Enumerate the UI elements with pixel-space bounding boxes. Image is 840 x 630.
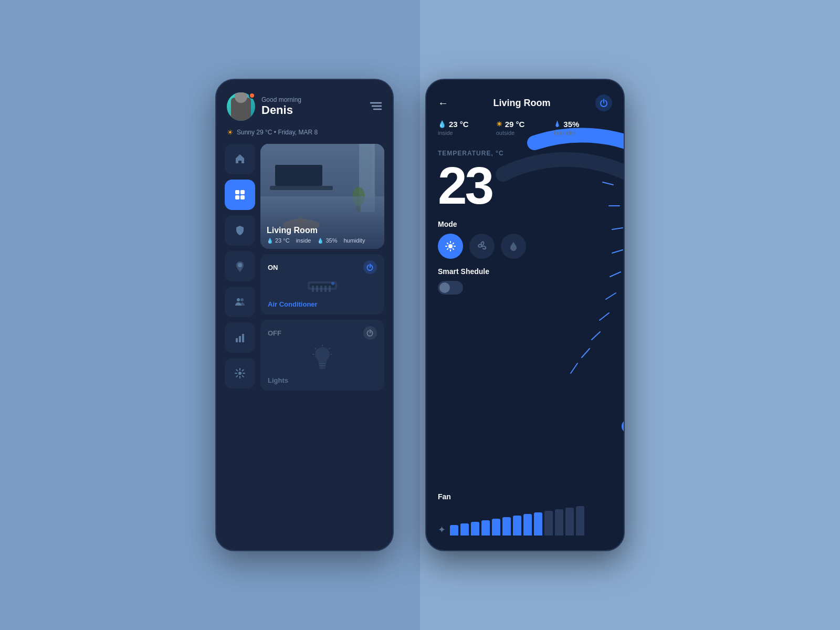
mode-section: Mode <box>438 220 612 259</box>
weather-bar: ☀ Sunny 29 °C • Friday, MAR 8 <box>225 128 384 136</box>
svg-rect-19 <box>270 186 333 190</box>
mode-buttons <box>438 234 612 259</box>
avatar[interactable] <box>227 92 255 121</box>
lights-status: OFF <box>268 329 281 337</box>
svg-rect-28 <box>312 286 314 292</box>
phone1-header: Good morning Denis <box>225 92 384 121</box>
greeting-sub: Good morning <box>261 96 363 103</box>
fan-label: Fan <box>438 492 612 501</box>
phone2: ← Living Room 💧 23 °C inside ☀ <box>425 79 625 551</box>
svg-rect-31 <box>324 286 327 292</box>
toggle-knob <box>439 282 450 293</box>
svg-point-52 <box>448 244 453 248</box>
svg-point-13 <box>238 372 242 375</box>
fan-icon: ✦ <box>438 524 446 536</box>
phones-container: Good morning Denis ☀ Sunny 29 °C • Frida… <box>215 79 625 551</box>
menu-icon[interactable] <box>370 101 382 112</box>
humidity-value: 35% <box>563 120 579 129</box>
notification-dot <box>249 92 255 99</box>
nav-sidebar <box>225 144 255 538</box>
fan-bar-8 <box>534 512 542 536</box>
p2-header: ← Living Room <box>438 94 612 111</box>
stat-humidity: 🌢 35% humidity <box>554 120 612 136</box>
humidity-icon: 💧 <box>317 238 323 244</box>
nav-security[interactable] <box>225 215 255 246</box>
mode-dry-button[interactable] <box>501 234 526 259</box>
fan-bar-1 <box>460 523 469 536</box>
svg-rect-6 <box>240 195 245 200</box>
svg-rect-20 <box>275 165 322 186</box>
schedule-toggle[interactable] <box>438 281 463 295</box>
svg-point-8 <box>237 298 240 301</box>
fan-bars: ✦ <box>438 506 612 536</box>
room-stats: 💧 23 °C inside 💧 35% humidit <box>267 237 378 244</box>
svg-line-44 <box>612 228 623 229</box>
lights-power-button[interactable] <box>363 326 377 340</box>
fan-bar-4 <box>492 519 500 536</box>
svg-rect-30 <box>320 286 322 292</box>
stats-row: 💧 23 °C inside ☀ 29 °C outside 🌢 35% hum… <box>438 120 612 136</box>
outside-temp-icon: ☀ <box>496 120 502 128</box>
fan-bar-0 <box>450 525 458 536</box>
svg-point-33 <box>331 282 334 285</box>
nav-users[interactable] <box>225 287 255 317</box>
panels-area: Living Room 💧 23 °C inside 💧 3 <box>260 144 384 538</box>
outside-label: outside <box>496 130 554 136</box>
schedule-label: Smart Shedule <box>438 267 612 276</box>
room-humidity: 💧 35% <box>317 237 337 244</box>
nav-stats[interactable] <box>225 322 255 353</box>
fan-section: Fan ✦ <box>438 492 612 536</box>
svg-line-45 <box>612 250 623 253</box>
fan-bar-7 <box>523 514 532 536</box>
avatar-person <box>231 98 251 121</box>
stat-outside: ☀ 29 °C outside <box>496 120 554 136</box>
room-info: Living Room 💧 23 °C inside 💧 3 <box>260 220 384 249</box>
svg-line-50 <box>582 349 590 358</box>
mode-fan-button[interactable] <box>469 234 495 259</box>
nav-location[interactable] <box>225 251 255 281</box>
svg-rect-5 <box>235 195 239 200</box>
temp-value: 23 <box>438 159 612 212</box>
toggle-wrap <box>438 281 612 295</box>
fan-bar-11 <box>565 508 574 536</box>
greeting-name: Denis <box>261 103 363 117</box>
weather-text: Sunny 29 °C • Friday, MAR 8 <box>237 129 318 136</box>
room-label-humidity: humidity <box>343 237 365 244</box>
nav-home[interactable] <box>225 144 255 174</box>
room-label-inside: inside <box>296 237 311 244</box>
room-card[interactable]: Living Room 💧 23 °C inside 💧 3 <box>260 144 384 249</box>
fan-bar-6 <box>513 516 521 536</box>
fan-bar-5 <box>502 517 511 536</box>
inside-temp-value: 23 °C <box>449 120 469 129</box>
mode-label: Mode <box>438 220 612 228</box>
p2-power-button[interactable] <box>595 94 612 111</box>
device-header-lights: OFF <box>268 326 377 340</box>
weather-sun-icon: ☀ <box>227 128 234 136</box>
svg-line-39 <box>329 348 330 349</box>
temp-section: TEMPERATURE, °C 23 <box>438 150 612 212</box>
svg-rect-10 <box>236 338 238 342</box>
svg-line-51 <box>571 363 578 373</box>
svg-line-49 <box>592 332 600 340</box>
inside-temp-icon: 💧 <box>438 120 446 128</box>
mode-cool-button[interactable] <box>438 234 463 259</box>
svg-point-53 <box>481 245 483 247</box>
ac-power-button[interactable] <box>363 260 377 274</box>
svg-rect-29 <box>316 286 318 292</box>
stat-inside: 💧 23 °C inside <box>438 120 496 136</box>
fan-bar-12 <box>576 506 584 536</box>
ac-name: Air Conditioner <box>268 300 377 308</box>
fan-bar-10 <box>555 509 563 536</box>
phone1-content: Living Room 💧 23 °C inside 💧 3 <box>225 144 384 538</box>
svg-line-38 <box>315 348 316 349</box>
back-button[interactable]: ← <box>438 97 448 109</box>
humidity-label: humidity <box>554 130 612 136</box>
lights-icon-area <box>268 343 377 373</box>
device-card-ac[interactable]: ON <box>260 254 384 314</box>
device-card-lights[interactable]: OFF <box>260 320 384 391</box>
nav-settings[interactable] <box>225 358 255 388</box>
nav-grid[interactable] <box>225 180 255 210</box>
device-header-ac: ON <box>268 260 377 274</box>
lights-name: Lights <box>268 376 377 384</box>
thermometer-icon: 💧 <box>267 238 273 244</box>
